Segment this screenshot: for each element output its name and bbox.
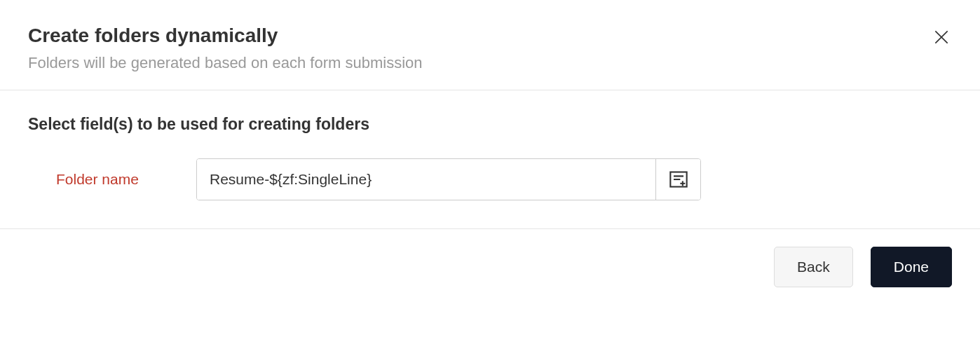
close-button[interactable] (931, 27, 952, 48)
insert-field-button[interactable] (655, 159, 700, 200)
close-icon (932, 28, 951, 46)
folder-name-label: Folder name (56, 171, 168, 188)
done-button[interactable]: Done (871, 247, 952, 287)
dialog-footer: Back Done (0, 229, 980, 305)
dialog-title: Create folders dynamically (28, 25, 952, 47)
dialog-content: Select field(s) to be used for creating … (0, 90, 980, 228)
folder-name-row: Folder name (28, 158, 952, 200)
folder-name-input-group (196, 158, 701, 200)
dialog-subtitle: Folders will be generated based on each … (28, 54, 952, 72)
section-title: Select field(s) to be used for creating … (28, 115, 952, 134)
back-button[interactable]: Back (774, 247, 853, 287)
insert-field-icon (669, 170, 688, 189)
folder-name-input[interactable] (197, 159, 655, 200)
dialog-header: Create folders dynamically Folders will … (0, 0, 980, 90)
